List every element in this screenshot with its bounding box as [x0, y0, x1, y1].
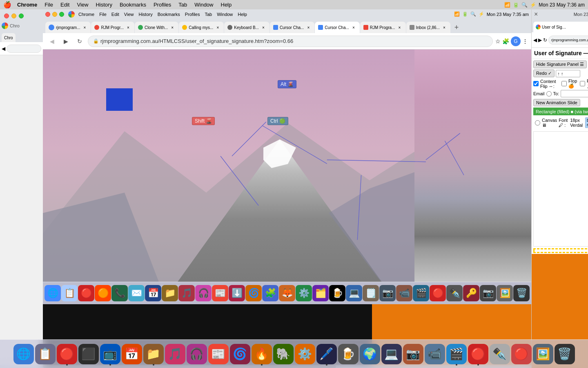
rp-tab-active[interactable]: User of Sig… × [533, 22, 588, 32]
close-btn[interactable] [45, 12, 50, 17]
address-bar[interactable]: 🔒 rjmprogramming.com.au/HTMLCSS/user_of_… [88, 36, 493, 47]
os-menu-file[interactable]: File [97, 12, 109, 17]
dock-launchpad[interactable]: 📋 [61, 285, 78, 301]
dock-finder[interactable]: 🌐 [45, 285, 61, 301]
dock-cam-app[interactable]: 📷 [403, 344, 423, 364]
canvas-radio[interactable] [535, 120, 540, 126]
dock-calendar[interactable]: 📅 [145, 285, 161, 301]
dock-blue-app[interactable]: 📺 [100, 344, 120, 364]
rp-url-bar[interactable]: rjmprogramming.com.au/HTMLCSS/body_mouse… [548, 36, 588, 45]
maximize-btn[interactable] [59, 12, 64, 17]
os-menu-window[interactable]: Window [215, 12, 235, 17]
tab-2[interactable]: Clone With... × [135, 22, 178, 33]
dock-blue2[interactable]: ✉️ [128, 285, 145, 301]
new-tab-btn[interactable]: + [451, 22, 462, 33]
dock-trash-app[interactable]: 🗑️ [555, 344, 575, 364]
dock-pen[interactable]: ✒️ [446, 285, 463, 301]
os-menu-profiles[interactable]: Profiles [183, 12, 202, 17]
dock-beer[interactable]: 🍺 [329, 285, 345, 301]
dock-red[interactable]: 🔴 [78, 285, 94, 301]
dock-music[interactable]: 🎵 [178, 285, 195, 301]
tab-5-close[interactable]: × [305, 25, 311, 30]
rotation-cb[interactable] [580, 81, 585, 86]
bookmark-icon[interactable]: ☆ [495, 38, 501, 45]
os-menu-help[interactable]: Help [236, 12, 249, 17]
dock-appstore[interactable]: ⬇️ [229, 285, 245, 301]
dock-trash[interactable]: 🗑️ [513, 285, 530, 301]
dock-cam[interactable]: 📷 [379, 285, 396, 301]
dock-store-app[interactable]: 🌀 [230, 344, 250, 364]
dock-files-app[interactable]: 📁 [143, 344, 164, 364]
dock-orange[interactable]: 🟠 [95, 285, 111, 301]
email-radio[interactable] [546, 91, 552, 96]
menubar-edit[interactable]: Edit [57, 0, 73, 9]
menubar-window[interactable]: Window [191, 0, 216, 9]
content-flip-cb[interactable] [533, 81, 539, 86]
color-value[interactable]: blue rgba(0,0,255,1 [585, 117, 588, 128]
menubar-chrome[interactable]: Chrome [14, 0, 40, 9]
dock-pw[interactable]: 🔑 [463, 285, 479, 301]
tab-0-close[interactable]: × [82, 25, 87, 30]
search-icon[interactable]: 🔍 [521, 2, 528, 8]
tab-7-close[interactable]: × [397, 25, 403, 30]
tab-0[interactable]: rjmprogram... × [45, 22, 91, 33]
dock-term-app[interactable]: 💻 [381, 344, 402, 364]
dock-black-app[interactable]: ⬛ [78, 344, 99, 364]
dock-cal-app[interactable]: 📅 [122, 344, 142, 364]
dock-finder-app[interactable]: 🌐 [13, 344, 34, 364]
dock-write-app[interactable]: ✒️ [490, 344, 510, 364]
dock-filezilla-app[interactable]: ⚙️ [295, 344, 315, 364]
dock-fox[interactable]: 🦊 [279, 285, 295, 301]
dock-red-app[interactable]: 🔴 [57, 344, 77, 364]
dock-podcast[interactable]: 🎧 [195, 285, 212, 301]
flop-cb[interactable] [561, 81, 567, 86]
dock-filezilla[interactable]: 🗂️ [312, 285, 329, 301]
reload-button[interactable]: ↻ [74, 36, 85, 47]
minimize-btn[interactable] [52, 12, 57, 17]
tab-3[interactable]: Calling mys... × [179, 22, 224, 33]
battery-icon[interactable]: 🔋 [513, 2, 519, 8]
dock-g[interactable]: ⚙️ [296, 285, 312, 301]
left-tab[interactable]: Chro [2, 33, 16, 42]
tab-4[interactable]: Keyboard B... × [224, 22, 270, 33]
os-menu-edit[interactable]: Edit [109, 12, 121, 17]
menubar-history[interactable]: History [92, 0, 115, 9]
dock-bbedit-app[interactable]: 🖊️ [316, 344, 337, 364]
menubar-help[interactable]: Help [218, 0, 235, 9]
os-menu-view[interactable]: View [122, 12, 136, 17]
close-btn-left[interactable] [4, 13, 9, 18]
forward-button[interactable]: ▶ [60, 36, 71, 47]
menubar-file[interactable]: File [41, 0, 56, 9]
tab-5[interactable]: Cursor Cha... × [270, 22, 314, 33]
apple-menu[interactable]: 🍎 [3, 1, 11, 9]
dock-rjm-app[interactable]: 🌍 [360, 344, 380, 364]
left-back-btn[interactable]: ◀ [2, 46, 5, 52]
hide-sig-panel-btn[interactable]: Hide Signature Panel ☰ [533, 61, 587, 68]
dock-zoom[interactable]: 🎬 [413, 285, 429, 301]
tab-1-close[interactable]: × [125, 25, 131, 30]
rp-back-btn[interactable]: ◀ [533, 37, 537, 43]
tab-3-close[interactable]: × [215, 25, 220, 30]
left-url-bar[interactable] [7, 45, 41, 53]
os-search-icon[interactable]: 🔍 [470, 11, 476, 17]
menubar-bookmarks[interactable]: Bookmarks [116, 0, 149, 9]
dock-podcast-app[interactable]: 🎧 [187, 344, 207, 364]
os-menu-bookmarks[interactable]: Bookmarks [156, 12, 182, 17]
menubar-tab[interactable]: Tab [175, 0, 190, 9]
extensions-icon[interactable]: 🧩 [502, 38, 509, 45]
dock-music-app[interactable]: 🎵 [165, 344, 185, 364]
menu-icon[interactable]: ⋮ [522, 38, 528, 45]
tab-8-close[interactable]: × [441, 25, 447, 30]
dock-vid[interactable]: 📹 [396, 285, 412, 301]
tab-1[interactable]: RJM Progr... × [91, 22, 134, 33]
tab-6-close[interactable]: × [351, 25, 356, 30]
minimize-btn-left[interactable] [11, 13, 16, 18]
dock-notes[interactable]: 🗒️ [363, 285, 379, 301]
tab-6[interactable]: Cursor Cha... × [315, 22, 359, 33]
dock-launchpad-app[interactable]: 📋 [35, 344, 56, 364]
dock-prev[interactable]: 🖼️ [497, 285, 513, 301]
email-to-input[interactable] [561, 90, 588, 97]
profile-icon[interactable]: G [511, 36, 521, 46]
siri-icon[interactable]: ⚡ [530, 2, 536, 8]
dock-news-app[interactable]: 📰 [208, 344, 229, 364]
